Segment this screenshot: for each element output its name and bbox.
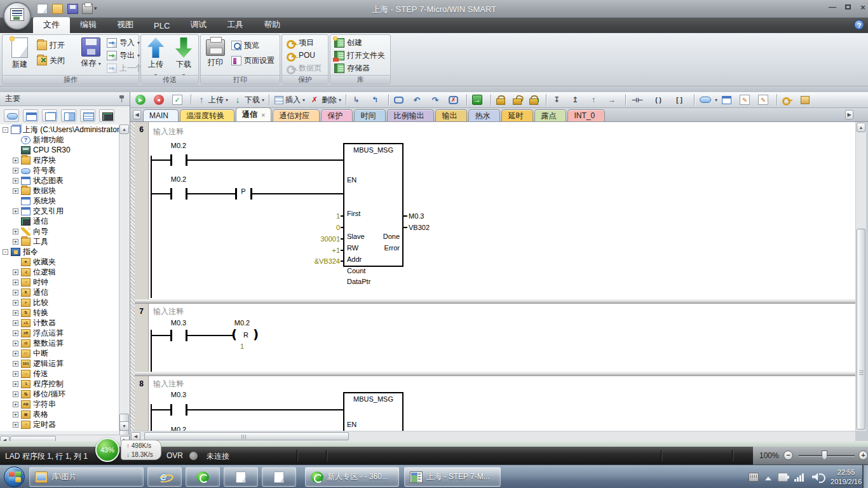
param-value[interactable]: 30001: [289, 235, 340, 243]
close-button[interactable]: ×: [857, 3, 868, 13]
tree-expander[interactable]: +: [13, 361, 18, 367]
library-memory-button[interactable]: 存储器: [334, 62, 370, 74]
scroll-down-icon[interactable]: ▼: [119, 421, 129, 431]
tree-item[interactable]: +↯通信: [0, 287, 119, 297]
library-create-button[interactable]: 创建: [334, 36, 362, 49]
editor-tab[interactable]: 温湿度转换: [180, 109, 234, 121]
tree-item[interactable]: +▦表格: [0, 409, 119, 419]
tree-expander[interactable]: +: [13, 208, 18, 214]
tree-expander[interactable]: +: [13, 310, 18, 316]
export-button[interactable]: 导出▾: [107, 49, 140, 62]
contact-label[interactable]: M0.2: [162, 142, 195, 149]
network-signal-icon[interactable]: [794, 473, 806, 482]
tree-expander[interactable]: +: [13, 188, 18, 194]
param-value[interactable]: &VB324: [289, 257, 340, 265]
tab-scroll-left-icon[interactable]: ◀: [133, 110, 141, 119]
zoom-out-icon[interactable]: −: [783, 451, 793, 460]
tree-item[interactable]: +-|位逻辑: [0, 267, 119, 277]
output-operand[interactable]: M0.3: [409, 212, 437, 220]
wire-rise-icon[interactable]: ↑: [587, 93, 604, 106]
tree-expander[interactable]: +: [13, 341, 18, 346]
coil-icon[interactable]: ( ): [651, 93, 670, 106]
close-button-ribbon[interactable]: 关闭: [37, 54, 65, 67]
contact-icon[interactable]: ⊣⊢: [630, 93, 649, 106]
table-icon[interactable]: [721, 93, 736, 106]
address-tag-icon[interactable]: ▾: [698, 93, 719, 106]
redo-icon[interactable]: ↷: [429, 93, 445, 106]
coil-operand-count[interactable]: 1: [223, 342, 261, 350]
wire-down-icon[interactable]: ↧: [550, 93, 567, 106]
tree-item[interactable]: +±R浮点运算: [0, 328, 119, 338]
tab-scroll-right-icon[interactable]: ▶: [845, 110, 853, 119]
protect-project-button[interactable]: 项目: [286, 36, 314, 49]
tree-item[interactable]: +101逻辑运算: [0, 358, 119, 369]
tree-expander[interactable]: +: [13, 239, 18, 245]
tree-item[interactable]: +AB字符串: [0, 399, 119, 409]
network-comment[interactable]: 输入注释: [153, 126, 184, 137]
ladder-editor[interactable]: 6 输入注释 M0.2 M0.2 P MBUS_MSG EN First Sla…: [130, 122, 855, 431]
memory-percent-ball[interactable]: 43%: [95, 438, 119, 462]
menu-item[interactable]: 调试: [180, 17, 217, 33]
tree-expander[interactable]: +: [13, 402, 18, 407]
editor-tab[interactable]: 输出: [435, 109, 467, 121]
notes-view-icon[interactable]: [80, 109, 95, 122]
run-icon[interactable]: ▶: [134, 93, 151, 106]
upload-icon[interactable]: ↑上传▾: [195, 93, 229, 106]
library-open-folder-button[interactable]: 打开文件夹: [334, 49, 385, 62]
edge-contact-label[interactable]: P: [237, 187, 250, 195]
delete-icon[interactable]: ✗删除▾: [308, 93, 342, 106]
tray-clock[interactable]: 22:552019/2/16: [831, 468, 862, 487]
taskbar-ie-button[interactable]: [147, 467, 182, 487]
import-button[interactable]: 导入▾: [107, 36, 140, 49]
app-menu-orb[interactable]: [3, 2, 31, 30]
tree-expander[interactable]: -: [3, 127, 8, 133]
save-button[interactable]: 保存 ▾: [76, 37, 105, 75]
coil-open-paren[interactable]: (: [231, 328, 237, 341]
editor-horizontal-scrollbar[interactable]: ◀: [130, 431, 855, 441]
coil-type[interactable]: R: [240, 331, 252, 339]
contact-bar[interactable]: [170, 154, 172, 166]
tree-item[interactable]: +符号表: [0, 165, 119, 175]
tree-expander[interactable]: +: [13, 330, 18, 336]
tree-item[interactable]: 通信: [0, 216, 119, 226]
scrollbar-thumb[interactable]: [857, 229, 865, 430]
quick-new-icon[interactable]: [37, 4, 48, 14]
tree-vertical-scrollbar[interactable]: ▲ ▼: [119, 125, 129, 431]
upload-button[interactable]: 上传▾: [142, 37, 169, 75]
show-desktop-button[interactable]: [862, 465, 868, 488]
contact-bar[interactable]: [170, 330, 172, 341]
key-icon[interactable]: [781, 93, 797, 106]
menu-item[interactable]: 工具: [217, 17, 254, 33]
wire-up-icon[interactable]: ↥: [569, 93, 585, 106]
tree-expander[interactable]: +: [13, 391, 18, 397]
editor-tab[interactable]: 延时: [501, 109, 533, 121]
new-button[interactable]: 新建: [5, 37, 34, 75]
editor-tab[interactable]: 保护: [321, 109, 353, 121]
tree-item[interactable]: -上海 (C:\Users\Administrator.: [0, 125, 119, 135]
protect-pou-button[interactable]: POU: [286, 49, 315, 62]
contact-bar[interactable]: [170, 188, 172, 200]
tree-item[interactable]: +数据块: [0, 186, 119, 196]
quick-save-icon[interactable]: [67, 4, 78, 14]
branch-down-icon[interactable]: ↳: [350, 93, 367, 106]
data-view-icon[interactable]: [61, 109, 76, 122]
contact-label[interactable]: M0.2: [162, 175, 195, 183]
contact-label-clipped[interactable]: M0.2: [162, 426, 195, 431]
function-block[interactable]: MBUS_MSG EN: [343, 392, 403, 431]
tree-expander[interactable]: +: [13, 320, 18, 326]
taskbar-document-button[interactable]: [262, 467, 296, 487]
param-value[interactable]: +1: [289, 247, 340, 254]
scroll-up-icon[interactable]: ▲: [857, 123, 865, 132]
scroll-up-icon[interactable]: ▲: [119, 125, 129, 134]
menu-item[interactable]: 文件: [33, 17, 70, 33]
insert-icon[interactable]: 插入▾: [273, 93, 306, 106]
tree-item[interactable]: 系统块: [0, 196, 119, 206]
taskbar-step7-button[interactable]: 上海 - STEP 7-M...: [404, 467, 501, 487]
tree-expander[interactable]: +: [13, 351, 18, 356]
volume-icon[interactable]: [812, 473, 824, 482]
editor-tab[interactable]: 露点: [534, 109, 566, 121]
page-setup-button[interactable]: 页面设置: [231, 54, 275, 67]
quick-access-dropdown-icon[interactable]: ▾: [94, 5, 97, 11]
zoom-in-icon[interactable]: +: [858, 451, 868, 460]
tree-item[interactable]: +↑↑中断: [0, 348, 119, 358]
